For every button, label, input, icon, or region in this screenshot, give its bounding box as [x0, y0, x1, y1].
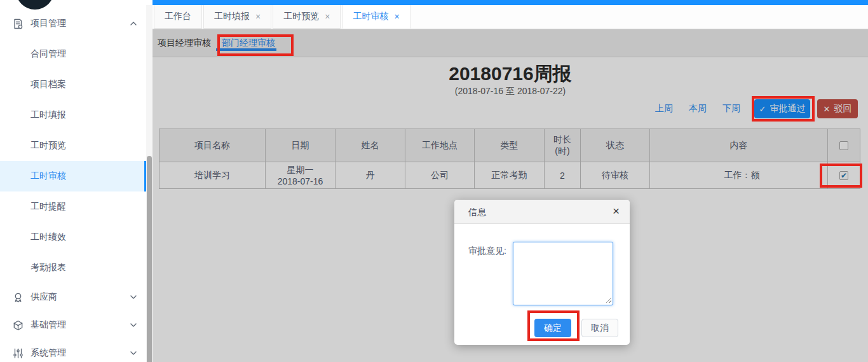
tab-timesheet-review[interactable]: 工时审核 × — [342, 5, 410, 29]
modal-close-icon[interactable]: × — [613, 200, 620, 223]
submenu-label: 工时填报 — [31, 109, 66, 121]
medal-icon — [13, 292, 24, 303]
chevron-down-icon — [130, 293, 137, 301]
approval-comment-label: 审批意见: — [468, 246, 506, 257]
tab-label: 工作台 — [165, 11, 191, 22]
menu-label: 项目管理 — [31, 18, 130, 29]
submenu-timesheet-preview[interactable]: 工时预览 — [0, 130, 146, 161]
cancel-button[interactable]: 取消 — [581, 319, 618, 337]
approval-comment-wrap — [513, 242, 613, 305]
submenu-label: 工时绩效 — [31, 232, 66, 243]
chevron-down-icon — [130, 349, 137, 357]
chevron-down-icon — [130, 321, 137, 329]
cube-icon — [13, 320, 24, 331]
close-icon[interactable]: × — [255, 12, 261, 21]
submenu-label: 工时预览 — [31, 140, 66, 151]
menu-label: 系统管理 — [31, 347, 130, 359]
page-tabbar: 工作台 工时填报 × 工时预览 × 工时审核 × — [153, 5, 868, 29]
submenu-timesheet-review[interactable]: 工时审核 — [0, 161, 146, 191]
approval-comment-input[interactable] — [513, 242, 613, 305]
sidebar-menu: 项目管理 合同管理 项目档案 工时填报 工时预览 工时审核 工时提醒 工时绩效 … — [0, 8, 146, 362]
tab-workbench[interactable]: 工作台 — [154, 5, 202, 29]
chevron-up-icon — [130, 20, 137, 27]
sliders-icon — [13, 348, 24, 359]
tab-label: 工时审核 — [353, 11, 388, 22]
submenu-contract-management[interactable]: 合同管理 — [0, 39, 146, 69]
menu-system-management[interactable]: 系统管理 — [0, 339, 146, 362]
submenu-label: 合同管理 — [31, 48, 66, 60]
menu-supplier[interactable]: 供应商 — [0, 283, 146, 311]
close-icon[interactable]: × — [325, 12, 330, 21]
close-icon[interactable]: × — [394, 12, 399, 21]
app-root: 项目管理 合同管理 项目档案 工时填报 工时预览 工时审核 工时提醒 工时绩效 … — [0, 0, 868, 362]
modal-title: 信息 — [468, 207, 486, 217]
sidebar-scrollbar-track — [146, 5, 153, 362]
menu-label: 基础管理 — [31, 319, 130, 331]
tab-timesheet-preview[interactable]: 工时预览 × — [273, 5, 341, 29]
submenu-label: 考勤报表 — [31, 262, 66, 274]
submenu-timesheet-reminder[interactable]: 工时提醒 — [0, 191, 146, 222]
document-gear-icon — [13, 18, 24, 29]
modal-footer: 确定 取消 — [534, 319, 618, 337]
menu-project-management[interactable]: 项目管理 — [0, 8, 146, 39]
modal-header: 信息 × — [454, 200, 630, 224]
menu-label: 供应商 — [31, 291, 130, 303]
top-accent-bar — [153, 0, 868, 5]
tab-label: 工时填报 — [214, 11, 250, 22]
menu-basic-management[interactable]: 基础管理 — [0, 311, 146, 339]
submenu-label: 工时审核 — [31, 171, 66, 182]
info-modal: 信息 × 审批意见: 确定 取消 — [454, 200, 630, 345]
submenu-attendance-report[interactable]: 考勤报表 — [0, 253, 146, 283]
submenu-project-archive[interactable]: 项目档案 — [0, 69, 146, 100]
submenu-timesheet-entry[interactable]: 工时填报 — [0, 100, 146, 130]
submenu-timesheet-performance[interactable]: 工时绩效 — [0, 222, 146, 253]
submenu-label: 工时提醒 — [31, 201, 66, 212]
ok-button[interactable]: 确定 — [534, 319, 571, 337]
sidebar-scrollbar-thumb[interactable] — [147, 156, 152, 362]
tab-label: 工时预览 — [283, 11, 319, 22]
submenu-label: 项目档案 — [31, 79, 66, 90]
sidebar: 项目管理 合同管理 项目档案 工时填报 工时预览 工时审核 工时提醒 工时绩效 … — [0, 0, 153, 362]
tab-timesheet-entry[interactable]: 工时填报 × — [203, 5, 271, 29]
